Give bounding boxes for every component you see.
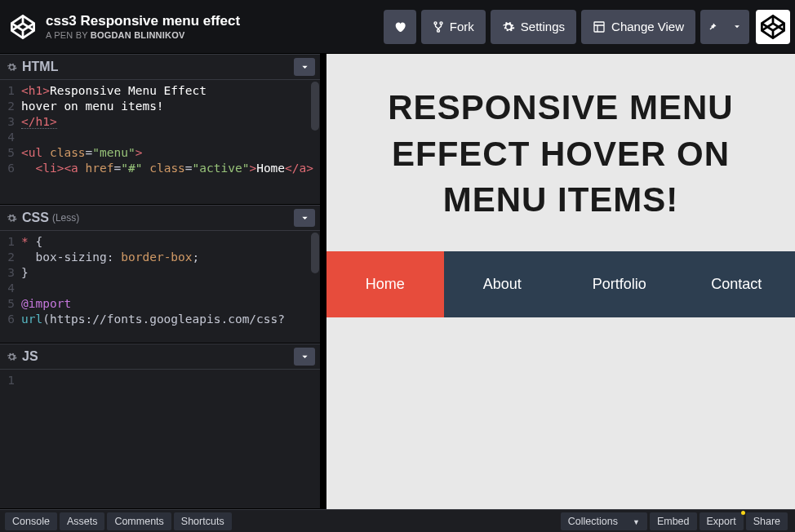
footer-assets-button[interactable]: Assets	[60, 512, 105, 530]
code-line[interactable]: 3</h1>	[0, 114, 320, 130]
line-number: 1	[0, 83, 21, 99]
code-line[interactable]: 6url(https://fonts.googleapis.com/css?	[0, 312, 320, 327]
js-editor-panel: JS 1	[0, 344, 320, 509]
html-panel-header: HTML	[0, 54, 320, 80]
app-header: css3 Responsive menu effect A PEN BY Bog…	[0, 0, 795, 54]
css-editor-panel: CSS (Less) 1* {2 box-sizing: border-box;…	[0, 205, 320, 344]
chevron-down-icon	[300, 63, 309, 72]
js-code-area[interactable]: 1	[0, 370, 320, 508]
preview-pane: RESPONSIVE MENU EFFECT HOVER ON MENU ITE…	[326, 54, 795, 509]
line-number: 3	[0, 265, 21, 281]
pin-button[interactable]	[700, 10, 725, 44]
line-number: 1	[0, 373, 21, 388]
scrollbar[interactable]	[311, 82, 319, 131]
code-line[interactable]: 1	[0, 373, 320, 388]
line-number: 6	[0, 161, 21, 176]
menu-link-about[interactable]: About	[444, 251, 562, 317]
code-line[interactable]: 2hover on menu items!	[0, 99, 320, 114]
pen-title-block: css3 Responsive menu effect A PEN BY Bog…	[44, 13, 384, 39]
panel-subtitle: (Less)	[52, 212, 79, 224]
pin-dropdown[interactable]	[725, 10, 749, 44]
code-line[interactable]: 4	[0, 281, 320, 296]
svg-rect-3	[594, 22, 604, 32]
code-line[interactable]: 6 <li><a href="#" class="active">Home</a…	[0, 161, 320, 176]
menu-link-portfolio[interactable]: Portfolio	[561, 251, 678, 317]
collapse-button[interactable]	[294, 58, 315, 76]
pen-byline: A PEN BY Bogdan Blinnikov	[46, 30, 384, 40]
line-number: 6	[0, 312, 21, 327]
code-line[interactable]: 4	[0, 130, 320, 145]
main-area: HTML 1<h1>Responsive Menu Effect2hover o…	[0, 54, 795, 509]
chevron-down-icon	[300, 214, 309, 223]
preview-content: RESPONSIVE MENU EFFECT HOVER ON MENU ITE…	[326, 54, 795, 509]
chevron-down-icon	[733, 23, 741, 31]
menu-link-contact[interactable]: Contact	[678, 251, 796, 317]
line-number: 3	[0, 114, 21, 130]
preview-hero: RESPONSIVE MENU EFFECT HOVER ON MENU ITE…	[326, 54, 795, 251]
code-line[interactable]: 1* {	[0, 234, 320, 250]
pen-title: css3 Responsive menu effect	[46, 13, 384, 29]
code-line[interactable]: 2 box-sizing: border-box;	[0, 250, 320, 265]
footer-share-button[interactable]: Share	[746, 512, 788, 530]
menu-item: Home	[326, 251, 444, 317]
line-number: 5	[0, 296, 21, 312]
code-line[interactable]: 3}	[0, 265, 320, 281]
footer-export-button[interactable]: Export	[700, 512, 744, 530]
footer-left: ConsoleAssetsCommentsShortcuts	[5, 512, 234, 530]
pin-icon	[708, 22, 717, 32]
menu-item: About	[444, 251, 562, 317]
line-number: 2	[0, 250, 21, 265]
panel-title: JS	[22, 349, 38, 364]
css-code-area[interactable]: 1* {2 box-sizing: border-box;3}45@import…	[0, 231, 320, 343]
css-panel-header: CSS (Less)	[0, 205, 320, 231]
js-panel-header: JS	[0, 344, 320, 370]
layout-icon	[593, 20, 606, 33]
svg-point-2	[437, 29, 439, 32]
settings-button[interactable]: Settings	[491, 10, 576, 44]
change-view-button[interactable]: Change View	[581, 10, 695, 44]
code-line[interactable]: 5<ul class="menu">	[0, 145, 320, 161]
chevron-down-icon	[300, 352, 309, 361]
code-line[interactable]: 5@import	[0, 296, 320, 312]
gear-icon[interactable]	[7, 62, 17, 73]
avatar[interactable]	[756, 10, 790, 44]
scrollbar[interactable]	[311, 233, 319, 273]
line-number: 5	[0, 145, 21, 161]
menu-item: Portfolio	[561, 251, 678, 317]
line-number: 4	[0, 130, 21, 145]
panel-title: CSS	[22, 211, 49, 225]
preview-heading: RESPONSIVE MENU EFFECT HOVER ON MENU ITE…	[359, 85, 762, 224]
html-code-area[interactable]: 1<h1>Responsive Menu Effect2hover on men…	[0, 80, 320, 204]
html-editor-panel: HTML 1<h1>Responsive Menu Effect2hover o…	[0, 54, 320, 205]
preview-menu: HomeAboutPortfolioContact	[326, 251, 795, 317]
fork-icon	[433, 21, 444, 33]
heart-button[interactable]	[384, 10, 416, 44]
gear-icon[interactable]	[7, 213, 17, 224]
footer-collections-button[interactable]: Collections▼	[561, 512, 647, 530]
line-number: 2	[0, 99, 21, 114]
line-number: 4	[0, 281, 21, 296]
gear-icon	[502, 20, 515, 33]
collapse-button[interactable]	[294, 209, 315, 227]
collapse-button[interactable]	[294, 348, 315, 366]
footer-shortcuts-button[interactable]: Shortcuts	[174, 512, 232, 530]
editor-column: HTML 1<h1>Responsive Menu Effect2hover o…	[0, 54, 326, 509]
header-actions: Fork Settings Change View	[384, 10, 790, 44]
footer-embed-button[interactable]: Embed	[650, 512, 697, 530]
code-line[interactable]: 1<h1>Responsive Menu Effect	[0, 83, 320, 99]
gear-icon[interactable]	[7, 352, 17, 362]
menu-item: Contact	[678, 251, 796, 317]
footer-console-button[interactable]: Console	[5, 512, 57, 530]
footer-right: Collections▼EmbedExportShare	[561, 512, 790, 530]
line-number: 1	[0, 234, 21, 250]
codepen-logo[interactable]	[7, 11, 39, 43]
panel-title: HTML	[22, 60, 58, 74]
avatar-icon	[759, 13, 787, 41]
heart-icon	[393, 20, 406, 33]
footer-comments-button[interactable]: Comments	[107, 512, 171, 530]
pen-author[interactable]: Bogdan Blinnikov	[91, 30, 185, 40]
svg-point-0	[434, 21, 437, 24]
fork-button[interactable]: Fork	[421, 10, 486, 44]
footer-bar: ConsoleAssetsCommentsShortcuts Collectio…	[0, 509, 795, 532]
menu-link-home[interactable]: Home	[326, 251, 444, 317]
